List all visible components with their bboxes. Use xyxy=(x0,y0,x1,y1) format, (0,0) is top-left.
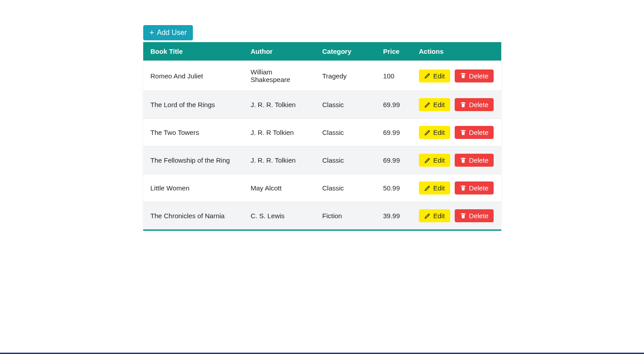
cell-price: 50.99 xyxy=(376,174,412,202)
cell-actions: EditDelete xyxy=(412,147,501,174)
cell-price: 69.99 xyxy=(376,91,412,119)
cell-price: 69.99 xyxy=(376,119,412,147)
cell-actions: EditDelete xyxy=(412,174,501,202)
pencil-icon xyxy=(424,213,431,219)
edit-button[interactable]: Edit xyxy=(419,181,450,194)
pencil-icon xyxy=(424,130,431,136)
header-author: Author xyxy=(243,42,315,61)
cell-title: The Chronicles of Narnia xyxy=(143,202,243,230)
cell-actions: EditDelete xyxy=(412,119,501,147)
delete-label: Delete xyxy=(469,129,488,136)
edit-label: Edit xyxy=(433,72,445,80)
cell-price: 39.99 xyxy=(376,202,412,230)
books-table-wrapper: Book Title Author Category Price Actions… xyxy=(143,42,501,231)
table-header-row: Book Title Author Category Price Actions xyxy=(143,42,501,61)
delete-button[interactable]: Delete xyxy=(455,98,494,111)
cell-category: Classic xyxy=(315,147,376,174)
cell-author: May Alcott xyxy=(243,174,315,202)
edit-label: Edit xyxy=(433,184,445,192)
cell-author: William Shakespeare xyxy=(243,61,315,91)
table-row: The Chronicles of NarniaC. S. LewisFicti… xyxy=(143,202,501,230)
edit-label: Edit xyxy=(433,212,445,220)
add-user-label: Add User xyxy=(157,29,187,37)
pencil-icon xyxy=(424,102,431,108)
delete-button[interactable]: Delete xyxy=(455,126,494,139)
cell-author: J. R. R. Tolkien xyxy=(243,91,315,119)
header-category: Category xyxy=(315,42,376,61)
trash-icon xyxy=(460,157,466,164)
edit-button[interactable]: Edit xyxy=(419,126,450,139)
edit-label: Edit xyxy=(433,101,445,108)
delete-label: Delete xyxy=(469,72,488,80)
trash-icon xyxy=(460,102,466,108)
cell-title: The Lord of the Rings xyxy=(143,91,243,119)
cell-author: J. R. R. Tolkien xyxy=(243,147,315,174)
delete-label: Delete xyxy=(469,184,488,192)
cell-author: J. R. R Tolkien xyxy=(243,119,315,147)
cell-actions: EditDelete xyxy=(412,202,501,230)
edit-label: Edit xyxy=(433,129,445,136)
cell-title: The Fellowship of the Ring xyxy=(143,147,243,174)
cell-category: Fiction xyxy=(315,202,376,230)
cell-category: Classic xyxy=(315,119,376,147)
cell-category: Classic xyxy=(315,174,376,202)
table-row: The Two TowersJ. R. R TolkienClassic69.9… xyxy=(143,119,501,147)
table-row: The Lord of the RingsJ. R. R. TolkienCla… xyxy=(143,91,501,119)
add-user-button[interactable]: + Add User xyxy=(143,25,193,40)
cell-actions: EditDelete xyxy=(412,61,501,91)
cell-title: The Two Towers xyxy=(143,119,243,147)
header-price: Price xyxy=(376,42,412,61)
delete-label: Delete xyxy=(469,156,488,164)
edit-button[interactable]: Edit xyxy=(419,154,450,167)
table-row: The Fellowship of the RingJ. R. R. Tolki… xyxy=(143,147,501,174)
edit-button[interactable]: Edit xyxy=(419,98,450,111)
delete-label: Delete xyxy=(469,101,488,108)
cell-price: 69.99 xyxy=(376,147,412,174)
delete-button[interactable]: Delete xyxy=(455,209,494,222)
edit-label: Edit xyxy=(433,156,445,164)
books-table: Book Title Author Category Price Actions… xyxy=(143,42,501,229)
trash-icon xyxy=(460,213,466,219)
header-title: Book Title xyxy=(143,42,243,61)
delete-label: Delete xyxy=(469,212,488,220)
delete-button[interactable]: Delete xyxy=(455,181,494,194)
header-actions: Actions xyxy=(412,42,501,61)
trash-icon xyxy=(460,130,466,136)
pencil-icon xyxy=(424,157,431,164)
cell-title: Romeo And Juliet xyxy=(143,61,243,91)
delete-button[interactable]: Delete xyxy=(455,69,494,82)
cell-price: 100 xyxy=(376,61,412,91)
table-row: Romeo And JulietWilliam ShakespeareTrage… xyxy=(143,61,501,91)
trash-icon xyxy=(460,185,466,191)
trash-icon xyxy=(460,73,466,79)
pencil-icon xyxy=(424,185,431,191)
edit-button[interactable]: Edit xyxy=(419,69,450,82)
cell-author: C. S. Lewis xyxy=(243,202,315,230)
cell-title: Little Women xyxy=(143,174,243,202)
pencil-icon xyxy=(424,73,431,79)
plus-icon: + xyxy=(149,29,154,37)
cell-category: Tragedy xyxy=(315,61,376,91)
cell-actions: EditDelete xyxy=(412,91,501,119)
cell-category: Classic xyxy=(315,91,376,119)
table-row: Little WomenMay AlcottClassic50.99EditDe… xyxy=(143,174,501,202)
delete-button[interactable]: Delete xyxy=(455,154,494,167)
edit-button[interactable]: Edit xyxy=(419,209,450,222)
